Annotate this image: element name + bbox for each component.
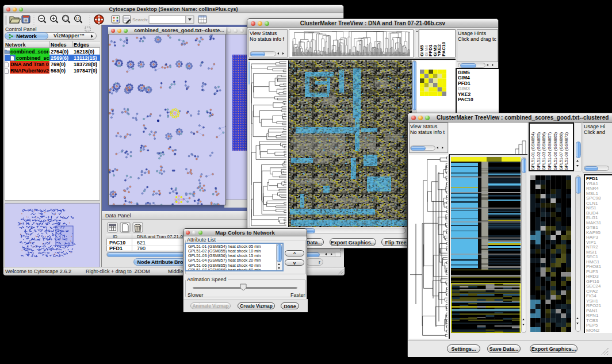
svg-text:PAC10: PAC10 bbox=[441, 41, 446, 56]
svg-text:GPL51-02 (GSM855): GPL51-02 (GSM855) bbox=[537, 132, 541, 170]
svg-text:GPL51-08 (GSM872): GPL51-08 (GSM872) bbox=[564, 132, 569, 170]
svg-text:GPL51-04 (GSM857): GPL51-04 (GSM857) bbox=[548, 132, 552, 170]
svg-text:GPL51-06 (GSM865): GPL51-06 (GSM865) bbox=[553, 132, 558, 170]
svg-text:Search:: Search: bbox=[132, 17, 148, 22]
svg-text:GPL51-07 (GSM868): GPL51-07 (GSM868) bbox=[559, 132, 564, 170]
svg-text:1:1: 1:1 bbox=[75, 17, 80, 20]
svg-text:GPL51-03 (GSM856): GPL51-03 (GSM856) bbox=[542, 132, 546, 170]
svg-text:GPL51-01 (GSM854): GPL51-01 (GSM854) bbox=[531, 132, 536, 170]
